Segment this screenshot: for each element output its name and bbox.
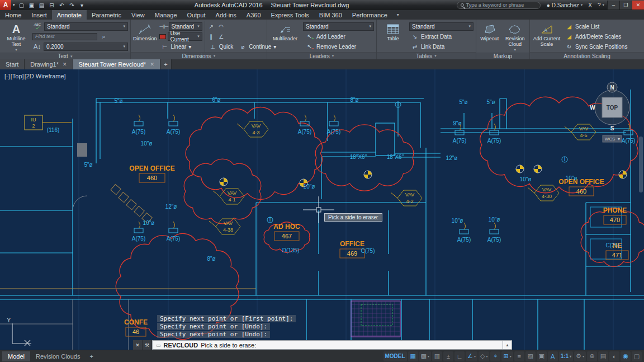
arc-dim-icon[interactable]: ◠: [217, 23, 225, 30]
ribbon-tab-home[interactable]: Home: [0, 10, 26, 20]
table-style-dropdown[interactable]: Standard ▾: [409, 22, 473, 31]
view-control[interactable]: [Top]: [11, 73, 24, 79]
link-data-button[interactable]: ⇄ Link Data: [409, 42, 473, 51]
file-tab-drawing1[interactable]: Drawing1*✕: [25, 59, 73, 69]
ribbon-tab-manage[interactable]: Manage: [150, 10, 182, 20]
layout-tab-model[interactable]: Model: [2, 351, 30, 361]
quick-properties-icon[interactable]: ▤: [598, 351, 608, 361]
ribbon-tab-bim-360[interactable]: BIM 360: [314, 10, 347, 20]
table-button[interactable]: Table: [379, 21, 407, 52]
revision-cloud-button[interactable]: Revision Cloud ▾: [503, 21, 527, 53]
scale-list-button[interactable]: ◢ Scale List: [564, 22, 642, 31]
object-snap-icon[interactable]: ⊞▾: [501, 351, 513, 361]
remove-leader-button[interactable]: ↖− Remove Leader: [303, 42, 374, 51]
ribbon-tab-output[interactable]: Output: [182, 10, 211, 20]
dim-layer-dropdown[interactable]: Use Current ▾: [168, 32, 202, 41]
minimize-button[interactable]: –: [607, 1, 619, 10]
snap-icon[interactable]: ▩▾: [419, 351, 431, 361]
viewcube[interactable]: TOP N W S WCS ▾: [590, 82, 629, 142]
command-close-icon[interactable]: ✕: [133, 340, 143, 350]
viewport-menu-control[interactable]: [-]: [4, 73, 10, 79]
signin-user-button[interactable]: ● D.Sanchez ▾: [544, 0, 585, 10]
multileader-style-dropdown[interactable]: Standard ▾: [303, 22, 374, 31]
close-button[interactable]: ✕: [632, 1, 644, 10]
redo-icon[interactable]: ↷: [67, 1, 77, 10]
ortho-icon[interactable]: ∟: [454, 351, 465, 361]
ribbon-tab-add-ins[interactable]: Add-ins: [211, 10, 242, 20]
clean-screen-icon[interactable]: ▢: [632, 351, 642, 361]
dimension-button[interactable]: Dimension: [133, 21, 157, 52]
baseline-dim-icon[interactable]: ∥: [207, 34, 215, 40]
text-height-dropdown[interactable]: 0.2000 ▾: [44, 43, 128, 51]
angular-dim-icon[interactable]: ∠: [217, 34, 225, 40]
wipeout-button[interactable]: Wipeout: [479, 21, 501, 53]
command-input[interactable]: ▭ REVCLOUD Pick a side to erase:: [152, 340, 503, 350]
annotation-visibility-icon[interactable]: A: [548, 351, 558, 361]
extract-data-button[interactable]: ↘ Extract Data: [409, 32, 473, 41]
check-spelling-icon[interactable]: ABC✓: [32, 23, 42, 30]
add-delete-scales-button[interactable]: ◢ Add/Delete Scales: [564, 32, 642, 41]
close-tab-icon[interactable]: ✕: [150, 62, 154, 67]
command-customize-icon[interactable]: ⚒: [143, 340, 152, 350]
panel-label-dimensions[interactable]: Dimensions▾: [131, 52, 267, 59]
multileader-button[interactable]: Multileader: [269, 21, 301, 52]
command-history-toggle-icon[interactable]: ▴: [503, 340, 512, 350]
panel-label-markup[interactable]: Markup: [476, 53, 529, 59]
add-current-scale-button[interactable]: A Add Current Scale: [532, 21, 561, 52]
recent-commands-icon[interactable]: ▭: [156, 342, 161, 348]
drawing-canvas[interactable]: IU 2 (116) OPEN OFFICE460AD HOC467OFFICE…: [0, 69, 644, 350]
qat-customize-icon[interactable]: ▾: [77, 1, 87, 10]
help-button[interactable]: ? ▾: [595, 0, 607, 10]
find-text-input[interactable]: [32, 33, 97, 40]
isolate-objects-icon[interactable]: ◐: [609, 351, 619, 361]
plot-icon[interactable]: ⊟: [47, 1, 57, 10]
ribbon-display-caret-icon[interactable]: ▾: [397, 12, 399, 17]
polar-tracking-icon[interactable]: ∠▾: [466, 351, 477, 361]
panel-label-text[interactable]: Text▾: [0, 53, 130, 59]
dim-style-dropdown[interactable]: Standard ▾: [169, 22, 202, 31]
annotation-monitor-icon[interactable]: ⊕: [587, 351, 597, 361]
lineweight-icon[interactable]: ≡: [514, 351, 524, 361]
ribbon-tab-view[interactable]: View: [126, 10, 150, 20]
slant-dim-icon[interactable]: ↗: [207, 23, 215, 30]
sync-scale-positions-button[interactable]: ↻ Sync Scale Positions: [564, 42, 642, 51]
osnap-tracking-icon[interactable]: ⌖: [490, 351, 500, 361]
help-search-input[interactable]: Type a keyword or phrase: [457, 2, 541, 9]
linear-dimension-button[interactable]: ⊢ Linear ▾: [159, 42, 193, 51]
ribbon-tab-insert[interactable]: Insert: [26, 10, 52, 20]
text-style-dropdown[interactable]: Standard ▾: [44, 22, 128, 31]
grid-icon[interactable]: ▦: [408, 351, 418, 361]
canvas-scrollbar[interactable]: [639, 137, 643, 192]
infer-constraints-icon[interactable]: ▥: [432, 351, 442, 361]
find-text-search-icon[interactable]: ⌕: [99, 32, 108, 41]
quick-dimension-button[interactable]: ⊥ Quick: [207, 42, 235, 51]
annotation-scale-button[interactable]: 1:1▾: [559, 351, 573, 361]
isodraft-icon[interactable]: ◇▾: [479, 351, 489, 361]
graphics-performance-icon[interactable]: ◉: [621, 351, 631, 361]
app-menu-caret-icon[interactable]: ▾: [11, 3, 17, 7]
transparency-icon[interactable]: ▨: [525, 351, 536, 361]
file-tab-start[interactable]: Start: [0, 59, 25, 69]
dynamic-input-icon[interactable]: ±: [443, 351, 453, 361]
restore-button[interactable]: ❐: [619, 1, 632, 10]
ribbon-tab-annotate[interactable]: Annotate: [52, 10, 87, 20]
ribbon-tab-performance[interactable]: Performance: [347, 10, 392, 20]
selection-cycling-icon[interactable]: ▣: [537, 351, 547, 361]
model-space-toggle[interactable]: MODEL: [383, 351, 407, 361]
layout-tab-revision-clouds[interactable]: Revision Clouds: [30, 351, 86, 361]
ribbon-tab-express-tools[interactable]: Express Tools: [266, 10, 314, 20]
panel-label-tables[interactable]: Tables▾: [377, 52, 476, 59]
undo-icon[interactable]: ↶: [57, 1, 67, 10]
save-file-icon[interactable]: ▤: [37, 1, 47, 10]
file-tab-steuart-tower-revcloud[interactable]: Steuart Tower Revcloud*✕: [73, 59, 160, 69]
ribbon-tab-parametric[interactable]: Parametric: [87, 10, 126, 20]
panel-label-annotation-scaling[interactable]: Annotation Scaling: [530, 52, 644, 59]
new-layout-button[interactable]: +: [86, 351, 97, 361]
new-file-icon[interactable]: ▢: [17, 1, 27, 10]
ribbon-tab-a360[interactable]: A360: [242, 10, 266, 20]
new-drawing-tab-button[interactable]: +: [160, 59, 172, 69]
close-tab-icon[interactable]: ✕: [63, 62, 67, 67]
app-logo-icon[interactable]: A: [0, 0, 11, 10]
panel-label-leaders[interactable]: Leaders▾: [267, 52, 376, 59]
workspace-switching-icon[interactable]: ⚙▾: [574, 351, 586, 361]
